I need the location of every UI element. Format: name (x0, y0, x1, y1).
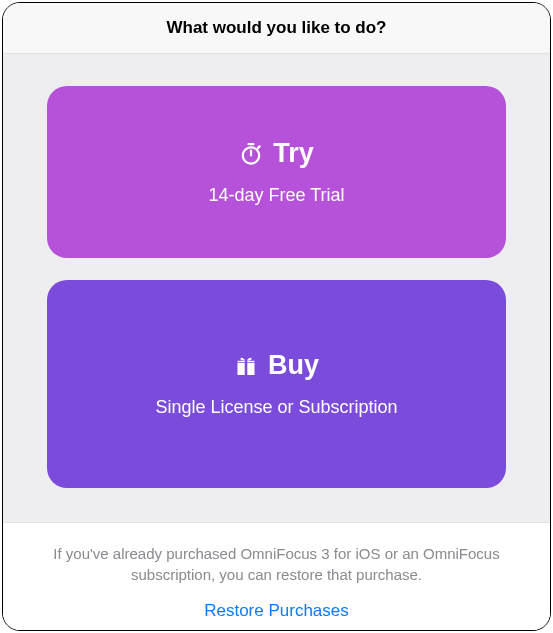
dialog-content: Try 14-day Free Trial Buy Sing (3, 54, 550, 523)
buy-card-heading: Buy (234, 350, 319, 381)
gift-icon (234, 354, 258, 378)
buy-card[interactable]: Buy Single License or Subscription (47, 280, 506, 488)
try-card[interactable]: Try 14-day Free Trial (47, 86, 506, 258)
svg-rect-7 (247, 360, 254, 362)
buy-card-title: Buy (268, 350, 319, 381)
restore-purchases-link[interactable]: Restore Purchases (204, 601, 349, 621)
dialog-header: What would you like to do? (3, 3, 550, 54)
svg-rect-4 (237, 363, 244, 375)
try-card-heading: Try (239, 138, 314, 169)
footer-text: If you've already purchased OmniFocus 3 … (51, 543, 502, 585)
svg-rect-5 (247, 363, 254, 375)
purchase-dialog: What would you like to do? Try 14-day Fr… (2, 2, 551, 631)
svg-rect-6 (237, 360, 244, 362)
try-card-title: Try (273, 138, 314, 169)
stopwatch-icon (239, 142, 263, 166)
dialog-title: What would you like to do? (3, 18, 550, 38)
dialog-footer: If you've already purchased OmniFocus 3 … (3, 523, 550, 631)
svg-line-3 (258, 146, 260, 148)
buy-card-subtitle: Single License or Subscription (155, 397, 397, 418)
try-card-subtitle: 14-day Free Trial (208, 185, 344, 206)
